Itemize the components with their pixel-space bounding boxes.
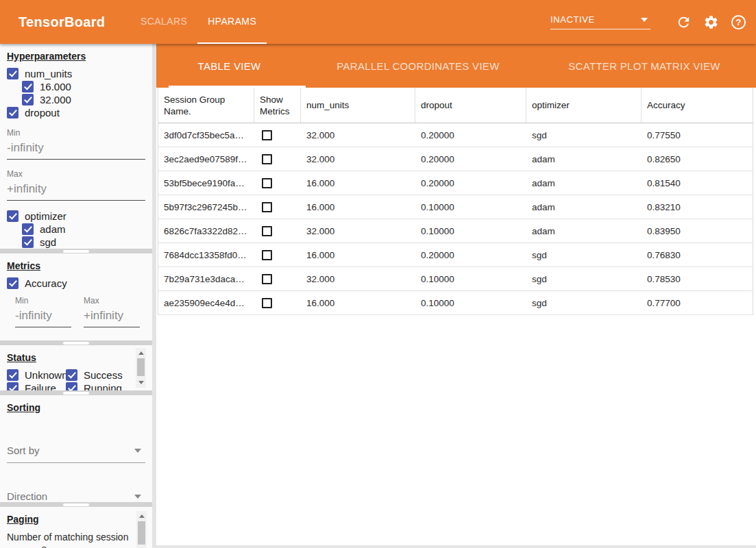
show-metrics-checkbox[interactable] [262, 250, 272, 260]
optimizer-value: sgd [526, 243, 642, 266]
min-input[interactable] [15, 308, 71, 327]
table-row: ae235909ec4e4d… 16.000 0.10000 sgd 0.777… [158, 291, 753, 315]
hparam-value-checkbox-16[interactable]: 16.000 [22, 80, 145, 92]
tab-scatter-plot-matrix-view[interactable]: SCATTER PLOT MATRIX VIEW [534, 44, 755, 88]
horizontal-scrollbar-track[interactable] [156, 545, 756, 548]
checkbox-checked-icon[interactable] [22, 236, 34, 248]
section-status: Status Unknown Success Failure Running [0, 345, 152, 390]
table-header-row: Session Group Name. Show Metrics num_uni… [158, 88, 753, 123]
sidebar-resize-handle[interactable] [0, 249, 152, 253]
checkbox-checked-icon[interactable] [7, 277, 19, 289]
section-metrics: Metrics Accuracy Min Max [0, 253, 152, 340]
refresh-button[interactable] [675, 14, 692, 30]
accuracy-value: 0.76830 [642, 243, 753, 266]
status-checkbox-success[interactable]: Success [66, 369, 145, 381]
show-metrics-checkbox[interactable] [262, 274, 272, 284]
sort-by-dropdown[interactable]: Sort by [7, 442, 145, 463]
status-checkbox-running[interactable]: Running [66, 382, 145, 390]
accuracy-min-field: Min [15, 296, 71, 327]
dropout-value: 0.10000 [415, 267, 526, 290]
direction-value: Direction [7, 490, 47, 502]
direction-dropdown[interactable]: Direction [7, 488, 145, 502]
show-metrics-checkbox[interactable] [262, 298, 272, 308]
run-status-dropdown[interactable]: INACTIVE [550, 14, 650, 29]
tab-parallel-coordinates-view[interactable]: PARALLEL COORDINATES VIEW [302, 44, 534, 88]
scroll-up-icon[interactable] [138, 351, 144, 355]
hparam-value-checkbox-32[interactable]: 32.000 [22, 93, 145, 105]
max-input[interactable] [7, 181, 145, 201]
num-units-value: 32.000 [301, 147, 415, 171]
dropout-value: 0.20000 [415, 243, 526, 266]
hparam-checkbox-num-units[interactable]: num_units [7, 67, 145, 79]
hparam-value-checkbox-adam[interactable]: adam [22, 223, 145, 235]
tab-table-view[interactable]: TABLE VIEW [156, 44, 302, 88]
sidebar-resize-handle[interactable] [0, 340, 152, 345]
checkbox-label: adam [40, 223, 66, 235]
scrollbar-thumb[interactable] [137, 358, 145, 376]
hparam-value-checkbox-sgd[interactable]: sgd [22, 236, 145, 248]
show-metrics-checkbox[interactable] [262, 130, 272, 140]
checkbox-checked-icon[interactable] [7, 382, 19, 391]
hparam-checkbox-optimizer[interactable]: optimizer [7, 210, 145, 222]
checkbox-checked-icon[interactable] [7, 369, 19, 381]
col-header-accuracy: Accuracy [642, 88, 753, 123]
status-scrollbar[interactable] [136, 348, 146, 388]
num-units-value: 16.000 [301, 171, 415, 195]
help-button[interactable]: ? [730, 14, 746, 30]
checkbox-label: 32.000 [40, 94, 71, 105]
checkbox-label: Success [84, 369, 123, 381]
checkbox-checked-icon[interactable] [22, 223, 34, 235]
checkbox-checked-icon[interactable] [66, 382, 77, 391]
sidebar-resize-handle[interactable] [0, 390, 152, 395]
checkbox-checked-icon[interactable] [7, 68, 19, 79]
checkbox-checked-icon[interactable] [66, 369, 77, 381]
min-input[interactable] [7, 140, 145, 160]
checkbox-label: dropout [25, 107, 60, 119]
col-header-optimizer: optimizer [526, 88, 642, 123]
checkbox-checked-icon[interactable] [22, 81, 34, 92]
sidebar-resize-handle[interactable] [0, 502, 152, 507]
show-metrics-checkbox[interactable] [262, 178, 272, 188]
settings-button[interactable] [703, 14, 719, 30]
scroll-up-icon[interactable] [139, 514, 145, 518]
status-checkbox-failure[interactable]: Failure [7, 382, 66, 390]
gear-icon [703, 14, 719, 30]
checkbox-checked-icon[interactable] [7, 107, 19, 119]
toolbar-nav: SCALARS HPARAMS [130, 0, 267, 44]
checkbox-label: Unknown [25, 369, 68, 381]
show-metrics-checkbox[interactable] [262, 226, 272, 236]
table-row: 3df0d7cf35bec5a… 32.000 0.20000 sgd 0.77… [158, 123, 753, 147]
paging-heading: Paging [7, 514, 145, 525]
refresh-icon [676, 14, 692, 30]
section-paging: Paging Number of matching session groups… [0, 507, 152, 548]
paging-scrollbar[interactable] [136, 511, 147, 548]
scrollbar-thumb[interactable] [138, 521, 145, 545]
metric-checkbox-accuracy[interactable]: Accuracy [7, 277, 145, 289]
accuracy-value: 0.77700 [642, 291, 753, 314]
run-status-value: INACTIVE [550, 14, 595, 25]
optimizer-value: adam [526, 219, 642, 242]
show-metrics-checkbox[interactable] [262, 154, 272, 164]
max-input[interactable] [84, 308, 140, 327]
chevron-down-icon [134, 449, 141, 453]
max-label: Max [7, 169, 145, 179]
session-group-name: 7684dcc13358fd0… [158, 243, 254, 266]
hparam-checkbox-dropout[interactable]: dropout [7, 106, 145, 119]
nav-tab-hparams[interactable]: HPARAMS [197, 0, 267, 44]
metrics-heading: Metrics [7, 260, 145, 271]
accuracy-value: 0.78530 [642, 267, 753, 290]
nav-tab-scalars[interactable]: SCALARS [130, 0, 197, 44]
accuracy-value: 0.83210 [642, 195, 753, 219]
min-label: Min [7, 128, 145, 138]
num-units-value: 16.000 [301, 195, 415, 219]
checkbox-checked-icon[interactable] [22, 94, 34, 105]
optimizer-value: adam [526, 147, 642, 171]
status-checkbox-unknown[interactable]: Unknown [7, 369, 66, 381]
checkbox-label: 16.000 [40, 81, 71, 92]
status-checkbox-grid: Unknown Success Failure Running [7, 369, 145, 390]
checkbox-checked-icon[interactable] [7, 210, 19, 222]
scroll-down-icon[interactable] [138, 381, 144, 384]
accuracy-value: 0.77550 [642, 123, 753, 147]
show-metrics-checkbox[interactable] [262, 202, 272, 212]
col-header-num-units: num_units [301, 88, 415, 123]
